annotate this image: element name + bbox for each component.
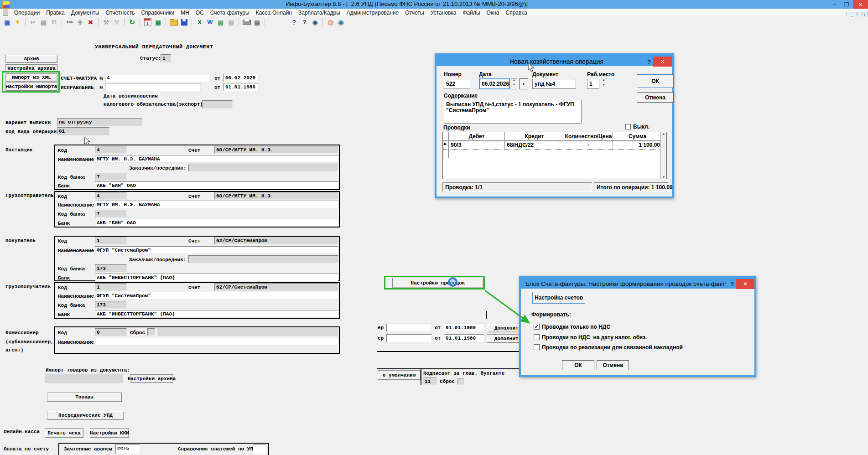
invoice-date-field[interactable]: 06.02.2026 (223, 74, 259, 82)
close-button[interactable]: ✕ (853, 0, 868, 9)
default-button[interactable]: о умолчанию (378, 370, 421, 380)
mid-number-field-1[interactable] (386, 324, 432, 332)
copy-icon[interactable]: ⧉ (49, 18, 59, 27)
commissioner-reset-field[interactable] (147, 328, 155, 336)
op-date-dropdown[interactable]: ▼ (519, 78, 528, 89)
consignee-code-field[interactable]: 1 (95, 283, 127, 291)
dialog1-close-button[interactable]: ✕ (653, 57, 672, 67)
preview-icon[interactable]: ▤ (252, 18, 262, 27)
minimize-button[interactable]: – (829, 0, 840, 9)
lifebuoy-icon[interactable]: ◍ (326, 18, 335, 27)
filter-icon[interactable]: ▼ (13, 18, 22, 27)
menu-setup[interactable]: Установка (427, 10, 460, 16)
buyer-account-field[interactable]: 62/СР/СистемаПром (214, 237, 338, 244)
menu-kassa-online[interactable]: Касса-Онлайн (253, 10, 295, 16)
consignee-account-field[interactable]: 62/СР/СистемаПром (214, 283, 338, 291)
restore-button[interactable]: ❐ (841, 0, 852, 9)
supplier-bankcode-field[interactable]: 7 (95, 173, 127, 181)
supplier-name-field[interactable]: МГТУ ИМ. Н.Э. БАУМАНА (95, 155, 338, 163)
advances-field[interactable]: есть (115, 444, 140, 454)
delete-icon[interactable]: ✖ (86, 18, 95, 27)
payments-ref-field[interactable] (253, 444, 266, 454)
menu-edit[interactable]: Правка (43, 10, 68, 16)
xml-import-button[interactable]: Импорт из XML (5, 73, 57, 82)
menu-mn[interactable]: МН (177, 10, 192, 16)
spinner-down-icon[interactable]: ▼ (601, 84, 607, 89)
commissioner-name-field[interactable] (95, 338, 338, 346)
mid-date-field-1[interactable]: 01.01.1980 (444, 324, 484, 332)
cell-credit[interactable]: 68/НДС/22 (505, 141, 564, 150)
table-row[interactable]: ▶ 90/3 68/НДС/22 - 1 100.00 (443, 141, 666, 150)
cut-icon[interactable]: ✂ (28, 18, 38, 27)
opcode-field[interactable]: 01 (57, 127, 109, 135)
menu-os[interactable]: ОС (192, 10, 207, 16)
import-settings-button[interactable]: Настройки импорта (5, 83, 57, 91)
menu-documents[interactable]: Документы (68, 10, 103, 16)
menu-help[interactable]: Справка (502, 10, 530, 16)
open-folder-icon[interactable] (170, 20, 178, 26)
save-icon[interactable] (181, 19, 187, 26)
supplier-account-field[interactable]: 60/СР/МГТУ ИМ. Н.Э. (214, 146, 338, 154)
help-icon[interactable]: ? (289, 18, 299, 27)
consignee-name-field[interactable]: ФГУП "СистемаПром" (95, 292, 338, 300)
globe-icon[interactable]: ◉ (336, 18, 346, 27)
checkbox-linked-invoice-label[interactable]: Проводки по реализации для связанной нак… (542, 344, 683, 351)
context-help-icon[interactable]: ? (300, 18, 309, 27)
table-scrollbar[interactable]: ▲ ▼ (660, 132, 666, 179)
op-off-checkbox[interactable] (625, 124, 631, 129)
op-workplace-field[interactable]: 1 (587, 79, 599, 89)
blank-sheet-icon[interactable]: ▤ (226, 18, 236, 27)
refresh-icon[interactable]: ↻ (127, 18, 137, 27)
checkbox-nds-only[interactable]: ✓ (534, 324, 540, 330)
compass-icon[interactable]: ◉ (310, 18, 320, 27)
menu-reporting[interactable]: Отчетность (103, 10, 138, 16)
tax-date-field[interactable] (202, 100, 233, 109)
kkm-settings-button[interactable]: Настройки ККМ (90, 428, 129, 438)
op-doc-field[interactable]: упд №4 (532, 79, 576, 89)
checkbox-nds-only-label[interactable]: Проводки только по НДС (542, 324, 610, 330)
shipper-bank-field[interactable]: АКБ "БИН" ОАО (95, 219, 338, 227)
checkbox-nds-date-label[interactable]: Проводки по НДС на дату налог. обяз. (542, 334, 647, 341)
dialog1-help-button[interactable]: ? (645, 57, 653, 66)
scroll-up-icon[interactable]: ▲ (661, 132, 666, 135)
excel-icon[interactable]: X (195, 18, 204, 27)
archive-settings2-button[interactable]: Настройки архива (130, 374, 173, 383)
provodki-settings-button[interactable]: Настройки проводок (392, 278, 483, 288)
sf-cancel-button[interactable]: Отмена (597, 360, 629, 370)
op-ok-button[interactable]: ОК (637, 74, 674, 88)
op-date-field[interactable]: 06.02.2026 (479, 78, 510, 89)
correction-date-field[interactable]: 01.01.1980 (223, 83, 259, 91)
menu-windows[interactable]: Окна (483, 10, 503, 16)
scroll-down-icon[interactable]: ▼ (661, 176, 666, 179)
export-sheet-icon[interactable]: ▤ (216, 18, 225, 27)
calculator-icon[interactable]: ▦ (153, 18, 163, 27)
spinner-down-icon[interactable]: ▼ (511, 84, 517, 89)
paste-icon[interactable]: ▤ (39, 18, 48, 27)
buyer-customer-field[interactable] (188, 255, 338, 263)
signer-reset-field[interactable] (457, 378, 464, 385)
variant-field[interactable]: на отгрузку (57, 118, 142, 126)
hammer-off-icon[interactable]: ⚒ (112, 18, 121, 27)
supplier-bank-field[interactable]: АКБ "БИН" ОАО (95, 181, 338, 189)
print-icon[interactable] (243, 20, 251, 25)
cell-sum[interactable]: 1 100.00 (613, 141, 662, 150)
menu-salary[interactable]: Зарплата/Кадры (295, 10, 343, 16)
op-date-spinner[interactable]: ▲ ▼ (511, 78, 517, 89)
print-receipt-button[interactable]: Печать чека (45, 428, 83, 438)
op-cancel-button[interactable]: Отмена (637, 92, 674, 103)
sf-ok-button[interactable]: ОК (562, 360, 594, 370)
consignee-bank-field[interactable]: АКБ "ИНВЕСТТОРГБАНК" (ПАО) (95, 310, 338, 318)
word-icon[interactable]: W (205, 18, 215, 27)
menu-invoices[interactable]: Счета-фактуры (207, 10, 253, 16)
buyer-name-field[interactable]: ФГУП "СистемаПром" (95, 246, 338, 254)
accounts-settings-button[interactable]: Настройка счетов (532, 292, 585, 304)
buyer-code-field[interactable]: 1 (95, 237, 127, 244)
menu-operations[interactable]: Операции (11, 10, 43, 16)
rotate-180-icon[interactable]: 180 (65, 18, 74, 27)
postings-table[interactable]: Дебет Кредит Количество/Цена Сумма ▶ 90/… (442, 132, 667, 179)
menu-reports[interactable]: Отчеты (402, 10, 427, 16)
hammer-icon[interactable]: ⚒ (101, 18, 111, 27)
shipper-code-field[interactable]: 4 (95, 192, 127, 200)
invoice-number-field[interactable]: 4 (105, 74, 211, 82)
shipper-bankcode-field[interactable]: 7 (95, 210, 127, 217)
